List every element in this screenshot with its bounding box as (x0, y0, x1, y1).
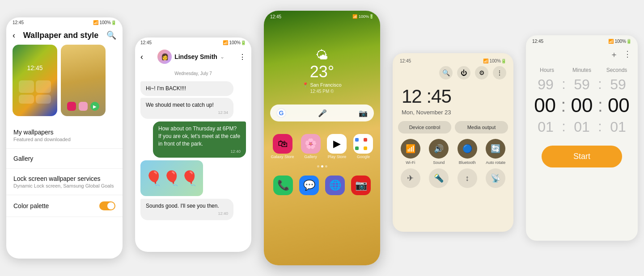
qs-settings-icon[interactable]: ⚙ (475, 66, 488, 79)
wallpaper-thumb-1[interactable]: 12:45 (13, 45, 57, 116)
menu-lock-screen[interactable]: Lock screen wallpaper services Dynamic L… (6, 169, 123, 195)
messages-top-bar: ‹ 👩 Lindsey Smith ⌄ ⋮ (135, 48, 251, 67)
back-icon-2[interactable]: ‹ (140, 52, 143, 62)
page-dots (264, 162, 380, 171)
autorotate-tile-label: Auto rotate (486, 160, 505, 165)
qs-more-icon[interactable]: ⋮ (493, 66, 506, 79)
color-palette-toggle[interactable] (99, 201, 115, 210)
bluetooth-tile-label: Bluetooth (459, 160, 476, 165)
more-icon-2[interactable]: ⋮ (239, 53, 246, 61)
wallpaper-thumb-2[interactable]: ▶ (61, 45, 106, 116)
messages-panel: 12:45 📶 100%🔋 ‹ 👩 Lindsey Smith ⌄ ⋮ Wedn… (135, 38, 251, 252)
qs-status-icons: 📶 100%🔋 (483, 59, 506, 63)
timer-add-icon[interactable]: ＋ (610, 49, 618, 60)
location: 📍 San Francisco (264, 82, 380, 88)
timer-status-icons: 📶 100%🔋 (608, 39, 631, 44)
status-time-1: 12:45 (13, 20, 24, 25)
galaxy-store-icon: 🛍 (273, 134, 292, 154)
temperature: 23° (264, 63, 380, 81)
galaxy-store-label: Galaxy Store (271, 155, 294, 159)
msg-text-2: We should meet to catch up! (146, 102, 214, 108)
timer-icons-row: ＋ ⋮ (526, 47, 638, 67)
qs-action-buttons: Device control Media output (398, 121, 508, 134)
browser-icon: 🌐 (325, 176, 345, 195)
menu-my-wallpapers[interactable]: My wallpapers Featured and downloaded (6, 122, 123, 149)
start-button[interactable]: Start (542, 146, 622, 167)
mic-icon[interactable]: 🎤 (318, 109, 327, 117)
media-output-button[interactable]: Media output (455, 121, 508, 134)
qs-power-icon[interactable]: ⏻ (457, 66, 470, 79)
weather-widget: 🌤 23° 📍 San Francisco 12:45 PM © (264, 21, 380, 101)
app-item-play-store[interactable]: ▶ Play Store (327, 134, 347, 159)
autorotate-tile-icon: 🔄 (486, 139, 505, 159)
datasaver-tile-icon: ↕ (458, 168, 477, 188)
app-item-galaxy-store[interactable]: 🛍 Galaxy Store (271, 134, 294, 159)
status-bar-2: 12:45 📶 100%🔋 (135, 38, 251, 48)
color-palette-label: Color palette (13, 202, 49, 209)
qs-tile-flashlight[interactable]: 🔦 (427, 168, 452, 188)
msg-bubble-4: Sounds good. I'll see you then. 12:40 (140, 199, 233, 220)
msg-time-3: 12:40 (158, 149, 241, 155)
seconds-bottom: 01 (602, 120, 634, 134)
weather-icon: 🌤 (264, 48, 380, 63)
timer-main-row: 00 : 00 : 00 (526, 92, 638, 118)
qs-search-icon[interactable]: 🔍 (439, 66, 453, 79)
status-bar-3: 12:45 📶 100%🔋 (264, 11, 380, 21)
seconds-main[interactable]: 00 (603, 94, 634, 117)
status-icons-2: 📶 100%🔋 (223, 40, 246, 45)
app-item-phone[interactable]: 📞 (273, 176, 293, 195)
app-row-2: 📞 💬 🌐 📷 (264, 171, 380, 201)
message-date: Wednesday, July 7 (135, 67, 251, 79)
bluetooth-tile-icon: 🔵 (458, 139, 477, 159)
timer-panel: 12:45 📶 100%🔋 ＋ ⋮ Hours Minutes Seconds … (526, 35, 638, 241)
menu-gallery[interactable]: Gallery (6, 149, 123, 169)
app-row-1: 🛍 Galaxy Store 🌸 Gallery ▶ Play Store Go… (264, 125, 380, 162)
back-icon-1[interactable]: ‹ (13, 31, 15, 40)
app-item-gallery[interactable]: 🌸 Gallery (301, 134, 321, 159)
app-item-camera[interactable]: 📷 (351, 176, 371, 195)
qs-tile-bluetooth[interactable]: 🔵 Bluetooth (455, 139, 480, 165)
hours-main[interactable]: 00 (530, 94, 560, 117)
gallery-label: Gallery (13, 155, 115, 162)
menu-color-palette[interactable]: Color palette (6, 195, 123, 217)
wifi-tile-icon: 📶 (401, 139, 420, 159)
qs-tile-datasaver[interactable]: ↕ (455, 168, 480, 188)
qs-date: Mon, November 23 (398, 109, 508, 121)
lens-icon[interactable]: 📷 (359, 109, 368, 117)
seconds-label: Seconds (599, 67, 634, 76)
qs-tile-sound[interactable]: 🔊 Sound (427, 139, 452, 165)
wifi-tile-label: Wi-Fi (406, 160, 415, 165)
gallery-app-label: Gallery (304, 155, 317, 159)
contact-info[interactable]: 👩 Lindsey Smith ⌄ (157, 50, 225, 64)
wallpaper-panel: 12:45 📶 100%🔋 ‹ Wallpaper and style 🔍 12… (6, 17, 123, 259)
colon-1-main: : (560, 96, 566, 116)
hours-bottom: 01 (530, 120, 562, 134)
gallery-icon: 🌸 (301, 134, 321, 154)
flashlight-tile-icon: 🔦 (429, 168, 449, 188)
minutes-main[interactable]: 00 (566, 94, 597, 117)
nfc-tile-icon: 📡 (486, 168, 505, 188)
app-item-google[interactable]: Google (353, 134, 373, 159)
contact-dropdown-icon[interactable]: ⌄ (220, 54, 225, 60)
search-icon-1[interactable]: 🔍 (106, 30, 116, 40)
google-app-label: Google (357, 155, 370, 159)
qs-tile-autorotate[interactable]: 🔄 Auto rotate (483, 139, 508, 165)
msg-text-1: Hi~! I'm BACK!!!! (146, 85, 186, 92)
app-item-messages[interactable]: 💬 (299, 176, 319, 195)
contact-name: Lindsey Smith (174, 53, 217, 60)
msg-text-4: Sounds good. I'll see you then. (146, 203, 219, 209)
timer-more-icon[interactable]: ⋮ (623, 49, 631, 60)
qs-tile-nfc[interactable]: 📡 (483, 168, 508, 188)
balloons-emoji: 🎈🎈🎈 (145, 170, 199, 187)
dot-2 (321, 165, 323, 167)
minutes-bottom: 01 (566, 120, 598, 134)
app-item-browser[interactable]: 🌐 (325, 176, 345, 195)
qs-tile-airplane[interactable]: ✈ (398, 168, 423, 188)
hours-label: Hours (530, 67, 564, 76)
search-bar[interactable]: G 🎤 📷 (270, 105, 374, 121)
device-control-button[interactable]: Device control (398, 121, 451, 134)
location-name: San Francisco (310, 82, 341, 88)
colon-1-bottom: : (562, 118, 566, 135)
lock-screen-label: Lock screen wallpaper services (13, 175, 115, 182)
qs-tile-wifi[interactable]: 📶 Wi-Fi (398, 139, 423, 165)
